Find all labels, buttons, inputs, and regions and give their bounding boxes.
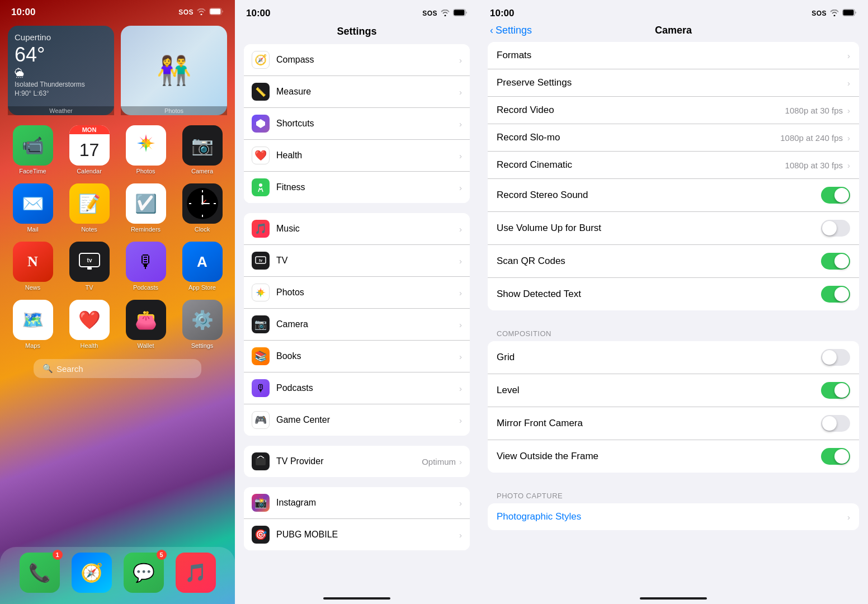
preserve-chevron: › — [847, 78, 850, 88]
fitness-label: Fitness — [276, 182, 459, 192]
camera-row-formats[interactable]: Formats › — [488, 42, 859, 69]
back-label: Settings — [496, 25, 532, 36]
settings-row-compass[interactable]: 🧭 Compass › — [244, 44, 470, 76]
app-maps[interactable]: 🗺️ Maps — [9, 300, 56, 349]
settings-row-measure[interactable]: 📏 Measure › — [244, 76, 470, 108]
svg-rect-18 — [454, 10, 465, 16]
podcasts-label: Podcasts — [133, 284, 158, 291]
camera-row-grid: Grid — [488, 341, 859, 374]
app-health[interactable]: ❤️ Health — [65, 300, 113, 349]
search-bar[interactable]: 🔍 Search — [34, 359, 201, 378]
camera-row-record-slomo[interactable]: Record Slo-mo 1080p at 240 fps › — [488, 124, 859, 152]
app-podcasts[interactable]: 🎙 Podcasts — [122, 242, 169, 291]
calendar-icon[interactable]: MON 17 — [69, 125, 110, 166]
svg-rect-16 — [87, 267, 92, 270]
settings-row-shortcuts[interactable]: Shortcuts › — [244, 108, 470, 140]
volume-burst-toggle[interactable] — [821, 220, 850, 237]
camera-wifi-icon — [830, 10, 839, 18]
scan-qr-toggle[interactable] — [821, 253, 850, 270]
grid-toggle[interactable] — [821, 349, 850, 366]
settings-row-instagram[interactable]: 📸 Instagram › — [244, 487, 470, 519]
settings-row-tv[interactable]: tv TV › — [244, 245, 470, 277]
health-label: Health — [81, 342, 98, 349]
camera-row-record-video[interactable]: Record Video 1080p at 30 fps › — [488, 97, 859, 124]
camera-row-scan-qr: Scan QR Codes — [488, 245, 859, 278]
svg-point-20 — [259, 183, 262, 187]
app-calendar[interactable]: MON 17 Calendar — [65, 125, 113, 174]
settings-row-tvprovider[interactable]: TV Provider Optimum › — [244, 446, 470, 477]
dock-music[interactable]: 🎵 — [176, 553, 216, 593]
app-camera[interactable]: 📷 Camera — [178, 125, 226, 174]
camera-row-volume-burst: Use Volume Up for Burst — [488, 212, 859, 245]
podcasts-settings-label: Podcasts — [276, 383, 459, 393]
svg-text:tv: tv — [259, 258, 262, 262]
record-slomo-label: Record Slo-mo — [497, 132, 780, 143]
level-toggle[interactable] — [821, 382, 850, 399]
settings-back-button[interactable]: ‹ Settings — [490, 25, 532, 36]
settings-row-photos[interactable]: Photos › — [244, 277, 470, 309]
camera-section-photo-capture: Photographic Styles › — [488, 503, 859, 530]
settings-row-podcasts[interactable]: 🎙 Podcasts › — [244, 372, 470, 404]
app-settings[interactable]: ⚙️ Settings — [178, 300, 226, 349]
weather-description: Isolated Thunderstorms H:90° L:63° — [15, 81, 107, 98]
app-appstore[interactable]: A App Store — [178, 242, 226, 291]
photos-widget[interactable]: 👫 Photos — [121, 26, 227, 115]
settings-sos: SOS — [422, 10, 437, 17]
dock-messages[interactable]: 💬 5 — [124, 553, 164, 593]
app-reminders[interactable]: ☑️ Reminders — [122, 183, 169, 233]
tv-settings-icon: tv — [252, 252, 270, 270]
app-tv[interactable]: tv TV — [65, 242, 113, 291]
settings-scroll-area[interactable]: 🧭 Compass › 📏 Measure › Shortcuts › ❤️ — [235, 44, 479, 597]
record-cinematic-chevron: › — [847, 161, 850, 170]
settings-row-health[interactable]: ❤️ Health › — [244, 140, 470, 172]
app-wallet[interactable]: 👛 Wallet — [122, 300, 169, 349]
weather-condition-icon: 🌦 — [15, 68, 107, 79]
books-chevron: › — [459, 352, 462, 361]
pubg-chevron: › — [459, 530, 462, 540]
stereo-toggle[interactable] — [821, 187, 850, 204]
camera-row-photo-styles[interactable]: Photographic Styles › — [488, 503, 859, 530]
app-dock: 📞 1 🧭 💬 5 🎵 — [0, 547, 235, 604]
tvprovider-value: Optimum — [422, 457, 456, 466]
settings-home-indicator — [323, 597, 390, 600]
settings-section-media: 🎵 Music › tv TV › — [244, 213, 470, 436]
formats-label: Formats — [497, 50, 847, 61]
settings-row-pubg[interactable]: 🎯 PUBG MOBILE › — [244, 519, 470, 550]
dock-phone[interactable]: 📞 1 — [20, 553, 60, 593]
facetime-icon: 📹 — [22, 135, 44, 156]
camera-scroll-area[interactable]: Formats › Preserve Settings › Record Vid… — [479, 42, 868, 597]
view-outside-toggle[interactable] — [821, 448, 850, 465]
camera-row-show-detected: Show Detected Text — [488, 278, 859, 310]
settings-row-camera[interactable]: 📷 Camera › — [244, 309, 470, 341]
app-notes[interactable]: 📝 Notes — [65, 183, 113, 233]
settings-row-gamecenter[interactable]: 🎮 Game Center › — [244, 404, 470, 436]
notes-label: Notes — [81, 226, 97, 233]
dock-safari[interactable]: 🧭 — [72, 553, 112, 593]
app-mail[interactable]: ✉️ Mail — [9, 183, 56, 233]
app-photos[interactable]: Photos — [122, 125, 169, 174]
weather-city: Cupertino — [15, 32, 107, 42]
app-facetime[interactable]: 📹 FaceTime — [9, 125, 56, 174]
tvprovider-label: TV Provider — [276, 456, 422, 466]
mirror-front-toggle[interactable] — [821, 415, 850, 432]
app-clock[interactable]: Clock — [178, 183, 226, 233]
show-detected-toggle[interactable] — [821, 286, 850, 303]
podcasts-settings-icon: 🎙 — [252, 379, 270, 397]
clock-icon — [182, 183, 223, 224]
measure-chevron: › — [459, 87, 462, 97]
health-icon: ❤️ — [78, 309, 101, 331]
camera-row-preserve[interactable]: Preserve Settings › — [488, 69, 859, 97]
photos-settings-icon — [252, 284, 270, 301]
photos-widget-image: 👫 — [121, 26, 227, 115]
shortcuts-label: Shortcuts — [276, 119, 459, 129]
settings-row-books[interactable]: 📚 Books › — [244, 341, 470, 372]
weather-widget[interactable]: Cupertino 64° 🌦 Isolated Thunderstorms H… — [8, 26, 114, 115]
news-icon: N — [27, 253, 38, 270]
measure-settings-icon: 📏 — [252, 83, 270, 101]
record-video-chevron: › — [847, 106, 850, 115]
camera-row-record-cinematic[interactable]: Record Cinematic 1080p at 30 fps › — [488, 152, 859, 179]
settings-row-music[interactable]: 🎵 Music › — [244, 213, 470, 245]
app-news[interactable]: N News — [9, 242, 56, 291]
settings-row-fitness[interactable]: Fitness › — [244, 172, 470, 203]
wallet-icon: 👛 — [135, 309, 157, 331]
